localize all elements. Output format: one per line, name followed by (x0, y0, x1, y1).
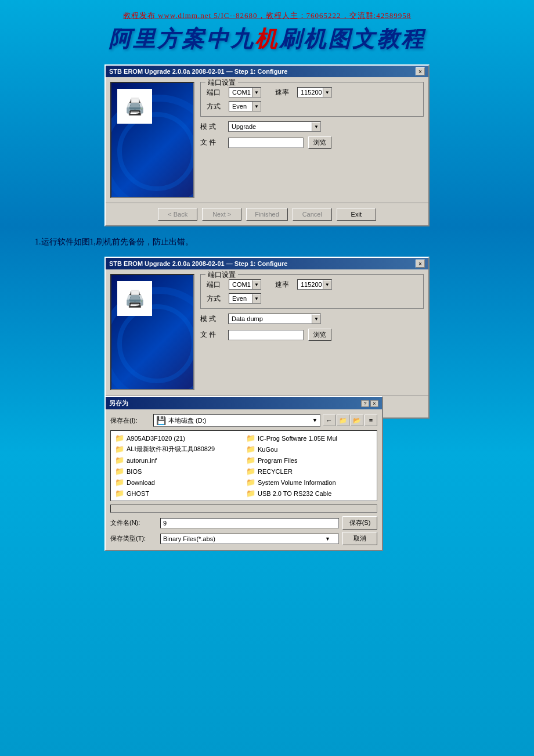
filename-input[interactable] (160, 518, 339, 528)
save-location-arrow[interactable]: ▼ (312, 417, 317, 423)
dialog2: STB EROM Upgrade 2.0.0a 2008-02-01 — Ste… (104, 257, 430, 419)
port-select[interactable]: COM1 ▼ (229, 87, 261, 98)
list-item[interactable]: 📁 A905AD3F1020 (21) (113, 433, 243, 443)
dialog1-config: 端口设置 端口 COM1 ▼ 速率 115200 ▼ (200, 82, 424, 198)
mode-arrow2[interactable]: ▼ (252, 294, 261, 303)
speed-select[interactable]: 115200 ▼ (297, 87, 332, 98)
exit-button[interactable]: Exit (337, 208, 376, 221)
list-item[interactable]: 📁 BIOS (113, 466, 243, 476)
folder-icon: 📁 (115, 445, 124, 453)
folder-icon: 📁 (115, 478, 124, 487)
speed-label: 速率 (275, 88, 293, 98)
new-folder-button[interactable]: 📂 (351, 415, 363, 426)
list-item[interactable]: 📁 KuGou (244, 444, 374, 454)
pattern-select[interactable]: Upgrade ▼ (228, 121, 321, 132)
folder-icon: 📁 (246, 456, 255, 465)
folder-icon: 📁 (246, 478, 255, 487)
speed-select2[interactable]: 115200 ▼ (297, 279, 332, 290)
dialog1: STB EROM Upgrade 2.0.0a 2008-02-01 — Ste… (104, 64, 430, 226)
pattern-arrow[interactable]: ▼ (312, 122, 320, 131)
speed-arrow[interactable]: ▼ (323, 88, 331, 97)
horizontal-scrollbar[interactable] (110, 505, 377, 513)
dialog1-buttons: < Back Next > Finished Cancel Exit (106, 203, 428, 225)
disk-icon: 💾 (156, 416, 166, 425)
save-button[interactable]: 保存(S) (342, 516, 377, 530)
file-name: IC-Prog Software 1.05E Mul (258, 435, 337, 442)
port-select2[interactable]: COM1 ▼ (229, 279, 261, 290)
cancel-save-button[interactable]: 取消 (342, 532, 377, 545)
file-name: autorun.inf (127, 457, 157, 464)
pattern-arrow2[interactable]: ▼ (312, 314, 320, 323)
mode-row2: 方式 Even ▼ (207, 293, 417, 304)
up-folder-button[interactable]: 📁 (337, 415, 349, 426)
dialog2-title: STB EROM Upgrade 2.0.0a 2008-02-01 — Ste… (109, 260, 287, 267)
pattern-select2[interactable]: Data dump ▼ (228, 314, 321, 324)
speed-label2: 速率 (275, 280, 293, 290)
dialog1-close-button[interactable]: × (416, 67, 425, 75)
back-button[interactable]: < Back (158, 208, 197, 221)
file-name: ALI最新软件和升级工具080829 (127, 445, 215, 453)
folder-icon: 📁 (115, 467, 124, 476)
list-item[interactable]: 📁 System Volume Information (244, 477, 374, 487)
header-subtitle: 教程发布 www.dlmm.net 5/IC--82680，教程人主：76065… (6, 10, 528, 21)
file-label: 文 件 (200, 138, 223, 147)
list-item[interactable]: 📁 ALI最新软件和升级工具080829 (113, 444, 243, 454)
filetype-select[interactable]: Binary Files(*.abs) ▼ (160, 534, 339, 544)
mode-row: 方式 Even ▼ (207, 101, 417, 111)
port-group-label2: 端口设置 (205, 270, 238, 280)
file-input2[interactable] (228, 330, 304, 340)
filetype-arrow[interactable]: ▼ (325, 536, 330, 542)
dialog2-close-button[interactable]: × (416, 260, 425, 268)
main-content: STB EROM Upgrade 2.0.0a 2008-02-01 — Ste… (0, 59, 534, 430)
save-location-text: 本地磁盘 (D:) (168, 416, 206, 425)
filetype-label: 保存类型(T): (110, 534, 157, 543)
save-help-button[interactable]: ? (361, 400, 369, 407)
speed-arrow2[interactable]: ▼ (323, 280, 331, 289)
folder-icon: 📁 (246, 445, 255, 453)
dialog2-logo: 🖨️ (110, 274, 194, 390)
file-name: GHOST (127, 490, 149, 497)
mode-label2: 方式 (207, 294, 224, 304)
mode-select2[interactable]: Even ▼ (229, 293, 261, 304)
list-item[interactable]: 📁 autorun.inf (113, 455, 243, 465)
port-group: 端口设置 端口 COM1 ▼ 速率 115200 ▼ (200, 82, 424, 117)
finished-button[interactable]: Finished (246, 208, 288, 221)
mode-select[interactable]: Even ▼ (229, 101, 261, 111)
browse-button2[interactable]: 浏览 (308, 329, 331, 341)
title-highlight: 机 (255, 27, 279, 51)
file-name: Program Files (258, 457, 297, 464)
port-row: 端口 COM1 ▼ 速率 115200 ▼ (207, 87, 417, 98)
list-item[interactable]: 📁 USB 2.0 TO RS232 Cable (244, 488, 374, 498)
back-nav-button[interactable]: ← (323, 415, 335, 426)
port-label: 端口 (207, 88, 224, 98)
save-close-button[interactable]: × (370, 400, 378, 407)
pattern-value2: Data dump (230, 315, 294, 323)
file-name: RECYCLER (258, 468, 293, 475)
list-item[interactable]: 📁 GHOST (113, 488, 243, 498)
dialog1-title: STB EROM Upgrade 2.0.0a 2008-02-01 — Ste… (109, 68, 287, 75)
browse-button[interactable]: 浏览 (308, 136, 331, 149)
list-item[interactable]: 📁 IC-Prog Software 1.05E Mul (244, 433, 374, 443)
stb-icon2: 🖨️ (117, 281, 152, 316)
folder-icon: 📁 (115, 434, 124, 442)
dialog2-config: 端口设置 端口 COM1 ▼ 速率 115200 ▼ (200, 274, 424, 390)
port-arrow2[interactable]: ▼ (252, 280, 261, 289)
save-title: 另存为 (109, 399, 128, 408)
save-icon-buttons: ← 📁 📂 ≡ (323, 415, 377, 426)
next-button[interactable]: Next > (202, 208, 241, 221)
file-name: A905AD3F1020 (21) (127, 435, 185, 442)
list-item[interactable]: 📁 Download (113, 477, 243, 487)
save-dialog: 另存为 ? × 保存在(I): 💾 本地磁盘 (D:) ▼ ← (104, 396, 383, 551)
view-toggle-button[interactable]: ≡ (365, 415, 377, 426)
file-input[interactable] (228, 138, 304, 148)
file-row2: 文 件 浏览 (200, 329, 424, 341)
mode-label: 方式 (207, 102, 224, 111)
list-item[interactable]: 📁 Program Files (244, 455, 374, 465)
pattern-row2: 模 式 Data dump ▼ (200, 314, 424, 324)
save-location-select[interactable]: 💾 本地磁盘 (D:) ▼ (153, 414, 320, 427)
mode-arrow[interactable]: ▼ (252, 102, 261, 111)
port-arrow[interactable]: ▼ (252, 88, 261, 97)
save-title-buttons: ? × (361, 400, 378, 407)
cancel-button[interactable]: Cancel (293, 208, 332, 221)
list-item[interactable]: 📁 RECYCLER (244, 466, 374, 476)
